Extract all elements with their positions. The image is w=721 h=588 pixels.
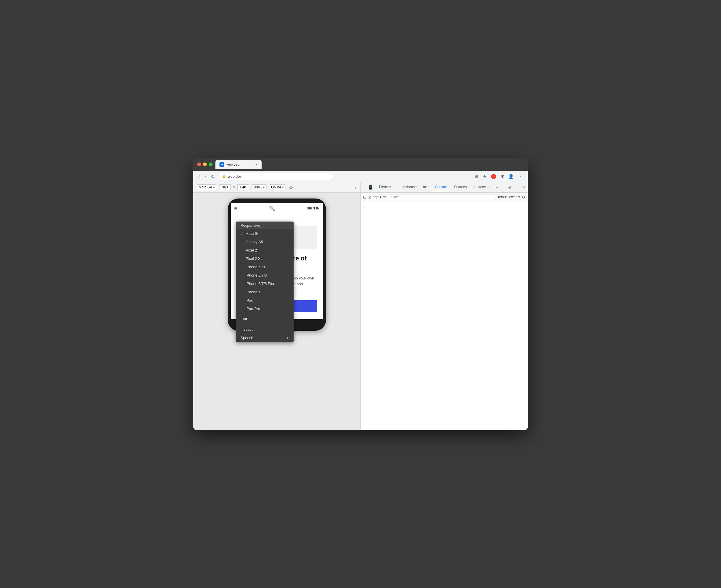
log-level-selector[interactable]: Default levels ▾ <box>497 195 520 199</box>
browser-window: w web.dev × + ‹ › ↻ 🔒 web.dev ⊕ ★ 🔴 ✱ 👤 … <box>193 158 528 430</box>
tab-console[interactable]: Console <box>432 183 450 191</box>
console-secondary-bar: ⊡ ⊘ top ▾ 👁 Default levels ▾ ⚙ <box>361 193 528 202</box>
zoom-selector[interactable]: 100% ▾ <box>251 184 267 190</box>
phone-search-icon: 🔍 <box>269 206 275 211</box>
device-option-ipad-pro[interactable]: iPad Pro <box>236 304 294 313</box>
refresh-button[interactable]: ↻ <box>210 173 216 180</box>
device-option-pixel-2-xl[interactable]: Pixel 2 XL <box>236 254 294 263</box>
url-text: web.dev <box>228 174 242 178</box>
tab-close-button[interactable]: × <box>255 162 258 167</box>
device-name: Moto G4 <box>199 185 212 189</box>
inspect-option[interactable]: Inspect <box>236 325 294 334</box>
tab-bar: w web.dev × + <box>216 160 524 169</box>
device-option-iphone678plus[interactable]: iPhone 6/7/8 Plus <box>236 279 294 288</box>
more-tabs-button[interactable]: » <box>494 184 500 191</box>
devtools-panel: ⬚ 📱 Elements Lighthouse axe Console Sour… <box>361 182 528 430</box>
devtools-more-icon[interactable]: ⋮ <box>514 184 520 191</box>
device-selector[interactable]: Moto G4 ▾ <box>197 184 217 190</box>
network-warning-icon: ⚠ <box>473 185 476 189</box>
edit-option[interactable]: Edit... <box>236 315 294 323</box>
back-button[interactable]: ‹ <box>197 173 201 180</box>
console-prompt: › <box>363 204 525 209</box>
rotate-icon[interactable]: ⟳ <box>288 184 294 191</box>
cast-icon[interactable]: ⊕ <box>474 172 480 180</box>
forward-button[interactable]: › <box>203 173 207 180</box>
extensions-icon[interactable]: ✱ <box>499 172 505 180</box>
dimension-separator: × <box>233 185 235 189</box>
block-icon[interactable]: ⊘ <box>368 195 372 200</box>
address-actions: ⊕ ★ 🔴 ✱ 👤 ⋮ <box>474 172 524 180</box>
viewport-height-input[interactable] <box>237 184 249 190</box>
network-throttle-selector[interactable]: Online ▾ <box>269 184 286 190</box>
devtools-settings-icon[interactable]: ⚙ <box>507 184 513 191</box>
maximize-window-button[interactable] <box>209 163 213 166</box>
device-option-iphone5se[interactable]: iPhone 5/SE <box>236 263 294 271</box>
network-dropdown-icon: ▾ <box>282 185 284 189</box>
context-dropdown-icon: ▾ <box>380 195 381 199</box>
context-menu-divider-2 <box>236 324 294 324</box>
title-bar: w web.dev × + <box>193 158 528 171</box>
tab-sources[interactable]: Sources <box>451 183 469 191</box>
tab-axe[interactable]: axe <box>420 183 432 191</box>
favicon: w <box>219 162 224 167</box>
devtools-tab-icons: ⚙ ⋮ × <box>507 184 526 191</box>
log-level-dropdown-icon: ▾ <box>518 195 520 199</box>
browser-content: Moto G4 ▾ × 100% ▾ Online ▾ ⟳ ⋮ <box>193 182 528 430</box>
address-bar: ‹ › ↻ 🔒 web.dev ⊕ ★ 🔴 ✱ 👤 ⋮ <box>193 171 528 182</box>
context-menu-divider-1 <box>236 314 294 314</box>
device-option-pixel-2[interactable]: Pixel 2 <box>236 246 294 254</box>
phone-container: ≡ 🔍 SIGN IN <box>193 193 361 430</box>
console-filter-input[interactable] <box>389 194 495 200</box>
page-area: Moto G4 ▾ × 100% ▾ Online ▾ ⟳ ⋮ <box>193 182 361 430</box>
context-menu-header: Responsive <box>236 222 294 229</box>
browser-tab[interactable]: w web.dev × <box>216 160 262 169</box>
toolbar-more-icon[interactable]: ⋮ <box>354 185 357 189</box>
bookmark-icon[interactable]: ★ <box>481 172 488 180</box>
new-tab-button[interactable]: + <box>263 160 271 169</box>
minimize-window-button[interactable] <box>203 163 207 166</box>
signin-label: SIGN IN <box>307 207 320 210</box>
menu-icon[interactable]: ⋮ <box>517 172 524 180</box>
device-option-iphone678[interactable]: iPhone 6/7/8 <box>236 271 294 279</box>
frame-context-selector[interactable]: top ▾ <box>374 195 381 199</box>
network-condition: Online <box>271 185 281 189</box>
devtools-tabs: ⬚ 📱 Elements Lighthouse axe Console Sour… <box>361 182 528 193</box>
eye-icon[interactable]: 👁 <box>383 195 387 200</box>
device-option-ipad[interactable]: iPad <box>236 296 294 304</box>
submenu-arrow-icon: ▶ <box>287 336 289 340</box>
profile-icon[interactable]: 👤 <box>507 172 515 180</box>
inspect-element-icon[interactable]: ⬚ <box>364 185 367 190</box>
console-settings-button[interactable]: ⚙ <box>522 195 525 200</box>
device-dropdown-icon: ▾ <box>213 185 215 189</box>
zoom-level: 100% <box>253 185 262 189</box>
tab-title: web.dev <box>226 163 239 167</box>
traffic-lights <box>197 163 213 166</box>
frame-icon[interactable]: ⊡ <box>363 195 366 200</box>
viewport-width-input[interactable] <box>219 184 231 190</box>
phone-top-bar: ≡ 🔍 SIGN IN <box>231 203 323 214</box>
tab-lighthouse[interactable]: Lighthouse <box>397 183 420 191</box>
responsive-icon[interactable]: 📱 <box>368 185 373 190</box>
hamburger-icon: ≡ <box>234 205 237 211</box>
url-bar[interactable]: 🔒 web.dev <box>218 173 334 180</box>
device-option-iphonex[interactable]: iPhone X <box>236 288 294 296</box>
device-toolbar: Moto G4 ▾ × 100% ▾ Online ▾ ⟳ ⋮ <box>193 182 361 193</box>
console-area: › <box>361 202 528 430</box>
device-option-galaxy-s5[interactable]: Galaxy S5 <box>236 238 294 246</box>
context-menu: Responsive ✓Moto G4 Galaxy S5 Pixel 2 Pi… <box>236 222 294 342</box>
extension-icon[interactable]: 🔴 <box>489 172 498 180</box>
zoom-dropdown-icon: ▾ <box>263 185 265 189</box>
lock-icon: 🔒 <box>222 174 226 178</box>
tab-elements[interactable]: Elements <box>376 183 396 191</box>
speech-option[interactable]: Speech ▶ <box>236 334 294 342</box>
tab-network[interactable]: ⚠ Network <box>470 183 493 191</box>
devtools-close-icon[interactable]: × <box>521 184 526 191</box>
check-icon: ✓ <box>241 231 244 236</box>
console-chevron: › <box>363 204 364 209</box>
device-option-moto-g4[interactable]: ✓Moto G4 <box>236 229 294 238</box>
close-window-button[interactable] <box>197 163 201 166</box>
